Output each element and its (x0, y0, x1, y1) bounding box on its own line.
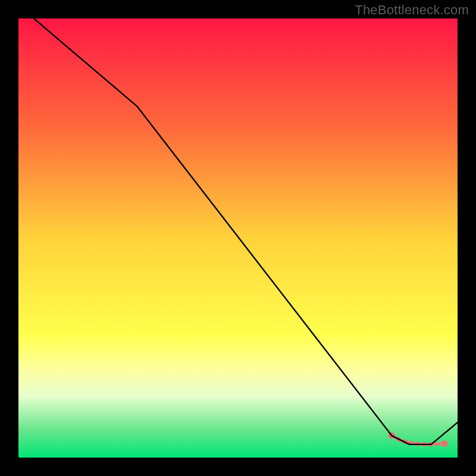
plot-area (18, 18, 458, 458)
chart-svg (18, 18, 458, 458)
chart-frame: TheBottleneck.com (0, 0, 476, 476)
watermark-text: TheBottleneck.com (355, 2, 469, 18)
marker-dot (441, 440, 447, 447)
